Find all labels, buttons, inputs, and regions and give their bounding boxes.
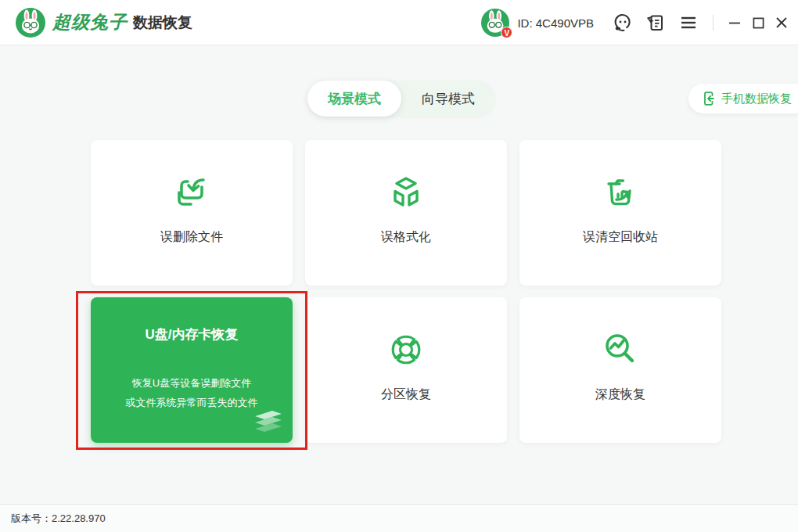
customer-service-icon[interactable] (613, 13, 633, 33)
card-label: 分区恢复 (305, 386, 507, 403)
phone-data-recovery-button[interactable]: 手机数据恢复 (688, 84, 798, 113)
card-label: U盘/内存卡恢复 (91, 325, 293, 343)
user-id-text: ID: 4C490VPB (517, 16, 594, 30)
card-deep-recovery[interactable]: 深度恢复 (519, 297, 721, 443)
main-area: 场景模式 向导模式 手机数据恢复 误删除文件 误格 (0, 45, 798, 504)
deep-scan-icon (599, 329, 642, 371)
user-avatar[interactable]: V (481, 9, 509, 37)
version-text: 版本号：2.22.28.970 (11, 512, 106, 526)
card-formatted[interactable]: 误格式化 (305, 140, 507, 286)
layers-icon (250, 408, 285, 437)
minimize-icon (728, 16, 741, 29)
card-recycle-bin[interactable]: 误清空回收站 (519, 140, 721, 286)
phone-recovery-icon (701, 91, 717, 106)
hamburger-menu-icon[interactable] (678, 13, 699, 33)
partition-icon (385, 329, 427, 371)
card-deleted-files[interactable]: 误删除文件 (91, 140, 293, 286)
status-bar: 版本号：2.22.28.970 (0, 504, 798, 532)
feedback-icon[interactable] (645, 13, 666, 33)
card-usb-memorycard-recovery[interactable]: U盘/内存卡恢复 恢复U盘等设备误删除文件 或文件系统异常而丢失的文件 (91, 297, 293, 443)
card-description-line1: 恢复U盘等设备误删除文件 (91, 373, 293, 393)
format-cube-icon (385, 171, 427, 214)
close-icon (775, 16, 788, 29)
maximize-button[interactable] (746, 0, 770, 45)
tab-wizard-mode[interactable]: 向导模式 (401, 81, 495, 117)
card-label: 误删除文件 (91, 229, 293, 246)
phone-recovery-label: 手机数据恢复 (721, 92, 792, 106)
tab-scene-mode[interactable]: 场景模式 (307, 81, 401, 117)
card-partition-recovery[interactable]: 分区恢复 (305, 297, 507, 443)
header-divider (713, 15, 714, 31)
trash-restore-icon (599, 171, 642, 214)
vip-badge: V (501, 27, 512, 38)
app-logo-rabbit-icon (16, 8, 45, 38)
app-product-name: 数据恢复 (133, 13, 192, 33)
card-label: 误格式化 (305, 229, 507, 246)
card-label: 深度恢复 (519, 386, 721, 403)
minimize-button[interactable] (723, 0, 746, 45)
maximize-icon (753, 17, 764, 29)
mode-tab-switcher: 场景模式 向导模式 (307, 81, 495, 117)
card-label: 误清空回收站 (519, 229, 721, 246)
file-restore-icon (171, 171, 213, 214)
app-brand-name: 超级兔子 (52, 10, 128, 34)
title-bar: 超级兔子 数据恢复 V ID: 4C490VPB (0, 0, 798, 45)
close-button[interactable] (770, 0, 793, 45)
